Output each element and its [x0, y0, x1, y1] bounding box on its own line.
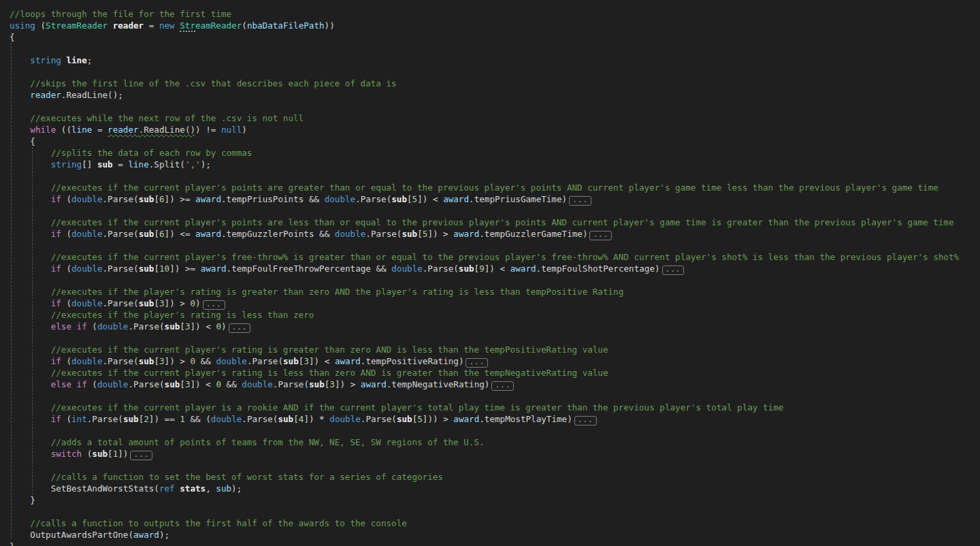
folded-code-indicator[interactable]: ...	[130, 451, 152, 460]
code-line[interactable]	[10, 170, 959, 182]
code-token: int	[71, 414, 87, 424]
code-token: OutputAwardsPartOne	[30, 530, 128, 540]
code-token: sub	[123, 414, 139, 424]
code-token	[10, 518, 30, 528]
code-token: [	[154, 356, 159, 366]
code-token: (	[453, 263, 459, 274]
code-line[interactable]: if (double.Parse(sub[6]) <= award.tempGu…	[10, 228, 959, 240]
code-line[interactable]: if (int.Parse(sub[2]) == 1 && (double.Pa…	[10, 413, 959, 425]
code-line[interactable]: //executes if the current player's point…	[10, 182, 959, 193]
code-line[interactable]: else if (double.Parse(sub[3]) < 0 && dou…	[10, 379, 959, 390]
code-line[interactable]	[10, 460, 959, 471]
code-line[interactable]: //executes while the next row of the .cs…	[10, 112, 959, 124]
folded-code-indicator[interactable]: ...	[229, 323, 251, 333]
code-line[interactable]: if (double.Parse(sub[3]) > 0 && double.P…	[10, 355, 959, 367]
code-token: tempGuzzlerPoints	[227, 229, 314, 239]
code-line[interactable]	[10, 390, 959, 402]
code-line[interactable]: //executes if the current player's ratin…	[10, 344, 959, 355]
code-line[interactable]: string line;	[10, 54, 959, 66]
code-line[interactable]: using (StreamReader reader = new StreamR…	[10, 20, 959, 31]
code-line[interactable]	[10, 205, 959, 216]
code-token: //splits the data of each row by commas	[51, 148, 252, 158]
code-token: .	[242, 414, 247, 424]
code-line[interactable]: //executes if the current player's free-…	[10, 251, 959, 263]
code-token: ]) >	[165, 298, 191, 308]
code-token: double	[211, 414, 242, 424]
code-token: &&	[304, 194, 324, 204]
code-line[interactable]: //skips the first line of the .csv that …	[10, 78, 959, 89]
code-token	[10, 159, 51, 170]
code-token: //calls a function to set the best of wo…	[51, 472, 443, 482]
folded-code-indicator[interactable]: ...	[574, 416, 597, 425]
code-token: ])	[118, 449, 128, 459]
code-line[interactable]	[10, 332, 959, 344]
code-token	[10, 194, 51, 204]
code-line[interactable]: if (double.Parse(sub[6]) >= award.tempPr…	[10, 193, 959, 205]
code-line[interactable]: reader.ReadLine();	[10, 89, 959, 101]
folded-code-indicator[interactable]: ...	[491, 381, 514, 391]
code-token: 2	[144, 414, 149, 424]
code-token: {	[10, 32, 15, 42]
code-line[interactable]: switch (sub[1])...	[10, 448, 959, 460]
code-line[interactable]: //executes if the current player's point…	[10, 216, 959, 228]
code-line[interactable]: SetBestAndWorstStats(ref stats, sub);	[10, 483, 959, 494]
code-line[interactable]	[10, 506, 959, 517]
code-token	[10, 472, 51, 482]
code-line[interactable]	[10, 425, 959, 436]
code-line[interactable]: //loops through the file for the first t…	[10, 8, 959, 20]
code-token: tempFoulShotPercentage	[541, 263, 655, 274]
code-token: 3	[304, 356, 309, 366]
code-line[interactable]: else if (double.Parse(sub[3]) < 0)...	[10, 321, 959, 332]
code-token: .	[128, 379, 133, 389]
code-line[interactable]: //adds a total amount of points of teams…	[10, 436, 959, 448]
code-token: double	[391, 263, 423, 274]
code-token	[10, 414, 51, 424]
code-token: ReadLine	[66, 90, 108, 100]
code-token: [	[180, 379, 185, 389]
code-line[interactable]: //splits the data of each row by commas	[10, 147, 959, 159]
code-line[interactable]: }	[10, 494, 959, 506]
code-token: sub	[278, 414, 293, 424]
code-line[interactable]	[10, 101, 959, 112]
code-token: double	[71, 229, 103, 239]
code-token: award	[195, 194, 221, 204]
code-line[interactable]	[10, 66, 959, 78]
code-token: tempMostPlayTime	[485, 414, 567, 424]
code-line[interactable]: string[] sub = line.Split(',');	[10, 159, 959, 170]
code-line[interactable]: //executes if the player's rating is gre…	[10, 286, 959, 298]
code-token	[71, 321, 77, 332]
code-line[interactable]: //calls a function to set the best of wo…	[10, 471, 959, 483]
folded-code-indicator[interactable]: ...	[589, 231, 612, 240]
folded-code-indicator[interactable]: ...	[203, 300, 225, 310]
code-editor[interactable]: //loops through the file for the first t…	[0, 0, 980, 546]
code-token: )	[655, 263, 660, 274]
code-line[interactable]: //executes if the player's rating is les…	[10, 309, 959, 321]
code-line[interactable]: if (double.Parse(sub[3]) > 0)...	[10, 298, 959, 309]
code-token: Parse	[361, 194, 387, 204]
code-token: 9	[479, 263, 485, 274]
folded-code-indicator[interactable]: ...	[466, 358, 488, 368]
code-token: .	[128, 321, 133, 332]
code-line[interactable]: {	[10, 31, 959, 43]
code-token: Parse	[108, 229, 133, 239]
code-token: (	[242, 20, 247, 31]
code-line[interactable]	[10, 240, 959, 251]
code-line[interactable]: if (double.Parse(sub[10]) >= award.tempF…	[10, 263, 959, 274]
code-line[interactable]: //calls a function to outputs the first …	[10, 517, 959, 529]
code-token: award	[361, 379, 387, 389]
code-line[interactable]	[10, 43, 959, 54]
code-line[interactable]: OutputAwardsPartOne(award);	[10, 529, 959, 541]
code-token: (	[87, 379, 97, 389]
folded-code-indicator[interactable]: ...	[662, 266, 685, 275]
code-line[interactable]: {	[10, 135, 959, 147]
code-line[interactable]: while ((line = reader.ReadLine()) != nul…	[10, 124, 959, 135]
code-token: ]) >	[335, 379, 361, 389]
folded-code-indicator[interactable]: ...	[569, 196, 591, 206]
code-line[interactable]: //executes if the current player's ratin…	[10, 367, 959, 379]
code-token	[10, 344, 51, 355]
code-token: .	[479, 414, 485, 424]
code-line[interactable]	[10, 274, 959, 286]
code-line[interactable]: }	[10, 541, 959, 546]
code-token	[10, 229, 51, 239]
code-line[interactable]: //executes if the current player is a ro…	[10, 402, 959, 413]
